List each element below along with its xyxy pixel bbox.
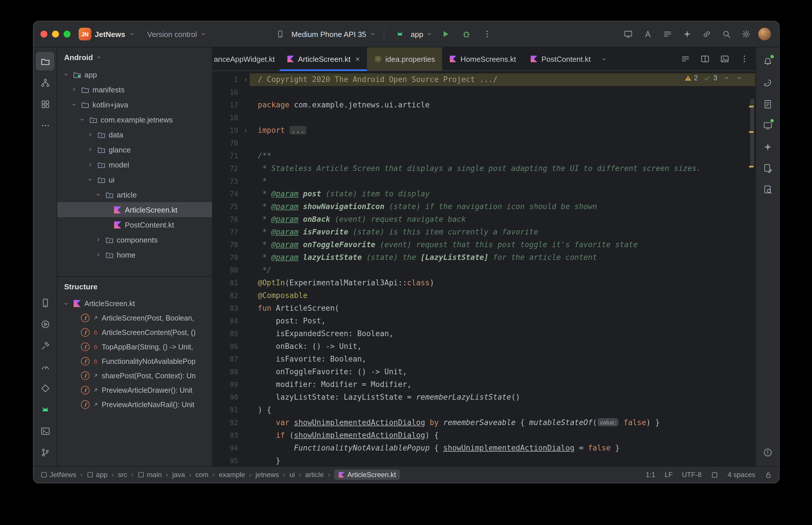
expand-icon[interactable] bbox=[86, 147, 94, 152]
device-explorer-button[interactable] bbox=[758, 95, 777, 113]
code-line-71[interactable]: 71/** bbox=[213, 150, 755, 162]
editor-scrollbar[interactable] bbox=[750, 99, 754, 167]
project-item-model[interactable]: model bbox=[57, 157, 212, 172]
project-item-data[interactable]: data bbox=[57, 127, 212, 142]
code-line-81[interactable]: 81@OptIn(ExperimentalMaterial3Api::class… bbox=[213, 277, 755, 289]
expand-icon[interactable] bbox=[86, 132, 94, 137]
line-number[interactable]: 84 bbox=[213, 315, 238, 328]
code-line-1[interactable]: 1/ Copyright 2020 The Android Open Sourc… bbox=[213, 73, 755, 86]
collapse-icon[interactable] bbox=[70, 102, 78, 107]
structure-item-PreviewArticleNavRail(): Unit[interactable]: fPreviewArticleNavRail(): Unit bbox=[57, 397, 212, 412]
breadcrumb-article[interactable]: article bbox=[305, 471, 324, 479]
collapse-icon[interactable] bbox=[86, 177, 94, 182]
structure-item-sharePost(Post, Context): Un[interactable]: fsharePost(Post, Context): Un bbox=[57, 369, 212, 383]
run-button[interactable] bbox=[36, 315, 54, 333]
line-number[interactable]: 81 bbox=[213, 277, 238, 289]
readonly-lock-icon[interactable] bbox=[765, 471, 772, 479]
code-line-78[interactable]: 78 * @param onToggleFavorite (event) req… bbox=[213, 239, 755, 251]
line-number[interactable]: 18 bbox=[213, 111, 238, 124]
minimize-button[interactable] bbox=[52, 31, 59, 38]
build-button[interactable] bbox=[36, 336, 54, 355]
breadcrumb-com[interactable]: com bbox=[195, 471, 208, 479]
code-line-85[interactable]: 85 isExpandedScreen: Boolean, bbox=[213, 328, 755, 340]
code-line-74[interactable]: 74 * @param post (state) item to display bbox=[213, 188, 755, 200]
debug-button[interactable] bbox=[459, 27, 474, 42]
commit-button[interactable] bbox=[36, 73, 54, 92]
version-control-menu[interactable]: Version control bbox=[147, 30, 206, 39]
warning-stripe-mark[interactable] bbox=[749, 166, 754, 167]
logcat-button[interactable] bbox=[36, 400, 54, 419]
close-button[interactable] bbox=[41, 31, 47, 38]
warning-stripe-mark[interactable] bbox=[749, 106, 754, 107]
project-item-app[interactable]: app bbox=[57, 67, 212, 82]
code-line-72[interactable]: 72 * Stateless Article Screen that displ… bbox=[213, 162, 755, 175]
project-item-ArticleScreen.kt[interactable]: ArticleScreen.kt bbox=[57, 202, 212, 217]
more-tool-windows-button[interactable] bbox=[36, 116, 54, 135]
breadcrumb-ui[interactable]: ui bbox=[290, 471, 295, 479]
line-number[interactable]: 87 bbox=[213, 353, 238, 365]
version-control-button[interactable] bbox=[36, 443, 54, 462]
split-editor-icon[interactable] bbox=[699, 52, 711, 65]
run-configuration[interactable]: app bbox=[392, 27, 432, 42]
warning-stripe-mark[interactable] bbox=[749, 131, 754, 133]
line-number[interactable]: 92 bbox=[213, 416, 238, 429]
line-number[interactable]: 16 bbox=[213, 86, 238, 99]
breadcrumb-JetNews[interactable]: JetNews bbox=[41, 471, 76, 479]
project-button[interactable] bbox=[36, 52, 54, 71]
run-button[interactable] bbox=[438, 27, 453, 42]
code-line-17[interactable]: 17package com.example.jetnews.ui.article bbox=[213, 99, 755, 111]
expand-icon[interactable] bbox=[94, 237, 102, 243]
line-number[interactable]: 94 bbox=[213, 442, 238, 454]
code-line-80[interactable]: 80 */ bbox=[213, 264, 755, 277]
expand-icon[interactable] bbox=[86, 162, 94, 167]
project-item-ui[interactable]: ui bbox=[57, 172, 212, 187]
line-number[interactable]: 79 bbox=[213, 251, 238, 264]
line-number[interactable]: 83 bbox=[213, 302, 238, 315]
expand-icon[interactable] bbox=[70, 87, 78, 92]
code-line-79[interactable]: 79 * @param lazyListState (state) the [L… bbox=[213, 251, 755, 264]
fold-arrow-icon[interactable] bbox=[243, 127, 249, 133]
line-number[interactable]: 1 bbox=[213, 73, 238, 86]
close-tab-icon[interactable]: × bbox=[355, 55, 360, 63]
indent-config[interactable]: 4 spaces bbox=[728, 471, 755, 479]
project-item-components[interactable]: components bbox=[57, 232, 212, 247]
code-line-84[interactable]: 84 post: Post, bbox=[213, 315, 755, 328]
code-line-94[interactable]: 94 FunctionalityNotAvailablePopup { show… bbox=[213, 442, 755, 454]
line-number[interactable]: 80 bbox=[213, 264, 238, 277]
file-encoding[interactable]: UTF-8 bbox=[682, 471, 702, 479]
device-mirror-icon[interactable] bbox=[621, 27, 636, 42]
code-line-76[interactable]: 76 * @param onBack (event) request navig… bbox=[213, 213, 755, 226]
project-item-kotlin+java[interactable]: kotlin+java bbox=[57, 97, 212, 112]
editor-tab-list-icon[interactable] bbox=[679, 52, 692, 65]
structure-item-TopAppBar(String, () -> Unit,[interactable]: fTopAppBar(String, () -> Unit, bbox=[57, 340, 212, 354]
line-number[interactable]: 85 bbox=[213, 328, 238, 340]
tab-PostContent.kt[interactable]: PostContent.kt bbox=[523, 47, 598, 71]
more-actions-icon[interactable] bbox=[480, 27, 495, 42]
tab-anceAppWidget.kt[interactable]: anceAppWidget.kt bbox=[213, 47, 279, 71]
breadcrumb-main[interactable]: main bbox=[137, 471, 162, 479]
fold-arrow-icon[interactable] bbox=[243, 77, 249, 82]
local-changes-button[interactable] bbox=[758, 159, 777, 177]
structure-item-FunctionalityNotAvailablePop[interactable]: fFunctionalityNotAvailablePop bbox=[57, 354, 212, 369]
breadcrumb-example[interactable]: example bbox=[219, 471, 245, 479]
caret-position[interactable]: 1:1 bbox=[646, 471, 655, 479]
breadcrumb-ArticleScreen.kt[interactable]: ArticleScreen.kt bbox=[334, 469, 400, 480]
code-editor[interactable]: 1/ Copyright 2020 The Android Open Sourc… bbox=[213, 71, 755, 466]
line-number[interactable]: 77 bbox=[213, 226, 238, 239]
tab-ArticleScreen.kt[interactable]: ArticleScreen.kt× bbox=[279, 47, 367, 71]
project-item-manifests[interactable]: manifests bbox=[57, 82, 212, 97]
terminal-button[interactable] bbox=[36, 422, 54, 440]
structure-item-ArticleScreen.kt[interactable]: ArticleScreen.kt bbox=[57, 296, 212, 311]
project-item-com.example.jetnews[interactable]: com.example.jetnews bbox=[57, 112, 212, 127]
device-manager-button[interactable] bbox=[36, 294, 54, 312]
problems-button[interactable] bbox=[758, 443, 777, 462]
profiler-button[interactable] bbox=[36, 358, 54, 376]
project-panel-header[interactable]: Android bbox=[57, 47, 212, 67]
line-number[interactable]: 17 bbox=[213, 99, 238, 111]
code-line-19[interactable]: 19import ... bbox=[213, 124, 755, 137]
running-devices-button[interactable] bbox=[758, 116, 777, 135]
code-line-95[interactable]: 95 } bbox=[213, 454, 755, 466]
project-item-article[interactable]: article bbox=[57, 187, 212, 202]
code-line-18[interactable]: 18 bbox=[213, 111, 755, 124]
line-number[interactable]: 86 bbox=[213, 340, 238, 353]
